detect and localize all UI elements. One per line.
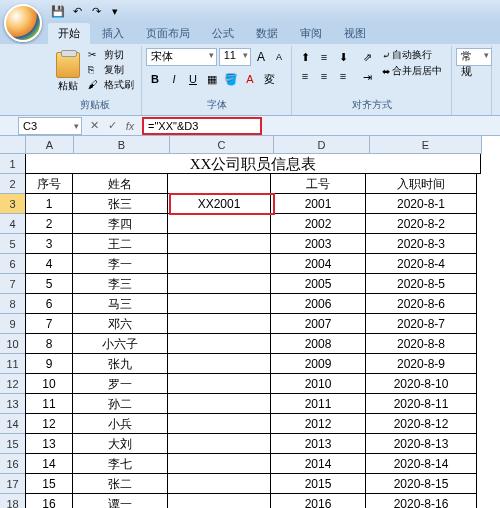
cell[interactable]: 2020-8-9 — [365, 354, 477, 374]
phonetic-button[interactable]: 変 — [260, 70, 278, 88]
cell[interactable]: 2010 — [270, 374, 366, 394]
undo-icon[interactable]: ↶ — [69, 3, 85, 19]
row-header[interactable]: 10 — [0, 334, 26, 354]
cell[interactable]: 2020-8-1 — [365, 194, 477, 214]
row-header[interactable]: 1 — [0, 154, 26, 174]
cell[interactable]: 2002 — [270, 214, 366, 234]
row-header[interactable]: 16 — [0, 454, 26, 474]
cancel-icon[interactable]: ✕ — [86, 118, 102, 134]
row-header[interactable]: 7 — [0, 274, 26, 294]
cell[interactable]: 马三 — [72, 294, 168, 314]
row-header[interactable]: 17 — [0, 474, 26, 494]
indent-button[interactable]: ⇥ — [358, 68, 376, 86]
cell[interactable]: 2020-8-3 — [365, 234, 477, 254]
cell[interactable]: 1 — [25, 194, 73, 214]
cell[interactable]: 10 — [25, 374, 73, 394]
tab-layout[interactable]: 页面布局 — [136, 23, 200, 44]
cell[interactable] — [167, 274, 271, 294]
cell[interactable] — [167, 374, 271, 394]
cell[interactable]: 2020-8-13 — [365, 434, 477, 454]
tab-formulas[interactable]: 公式 — [202, 23, 244, 44]
col-header[interactable]: B — [74, 136, 170, 154]
cell[interactable] — [167, 314, 271, 334]
cell[interactable]: 2006 — [270, 294, 366, 314]
border-button[interactable]: ▦ — [203, 70, 221, 88]
cell[interactable]: 11 — [25, 394, 73, 414]
row-header[interactable]: 9 — [0, 314, 26, 334]
cell[interactable]: 2020-8-8 — [365, 334, 477, 354]
cell[interactable]: 2020-8-2 — [365, 214, 477, 234]
cell[interactable]: 谭一 — [72, 494, 168, 508]
cell[interactable]: 2004 — [270, 254, 366, 274]
font-name-select[interactable]: 宋体 — [146, 48, 217, 66]
tab-review[interactable]: 审阅 — [290, 23, 332, 44]
name-box[interactable]: C3 — [18, 117, 82, 135]
cell[interactable] — [167, 474, 271, 494]
row-header[interactable]: 3 — [0, 194, 26, 214]
cell[interactable]: 2020-8-4 — [365, 254, 477, 274]
cell[interactable]: 姓名 — [72, 174, 168, 194]
number-format-select[interactable]: 常规 — [456, 48, 492, 66]
cell[interactable] — [167, 334, 271, 354]
cell[interactable]: 5 — [25, 274, 73, 294]
cell[interactable] — [167, 254, 271, 274]
underline-button[interactable]: U — [184, 70, 202, 88]
cell[interactable]: 2020-8-15 — [365, 474, 477, 494]
row-header[interactable]: 14 — [0, 414, 26, 434]
cell[interactable]: 14 — [25, 454, 73, 474]
cell[interactable]: 3 — [25, 234, 73, 254]
align-top-button[interactable]: ⬆ — [296, 48, 314, 66]
paste-button[interactable]: 粘贴 — [52, 48, 84, 97]
cell[interactable]: 小六子 — [72, 334, 168, 354]
cell[interactable]: 李三 — [72, 274, 168, 294]
cell[interactable]: 2020-8-14 — [365, 454, 477, 474]
office-button[interactable] — [4, 4, 42, 42]
cell[interactable]: 入职时间 — [365, 174, 477, 194]
cell[interactable]: 2020-8-11 — [365, 394, 477, 414]
cell[interactable]: 大刘 — [72, 434, 168, 454]
enter-icon[interactable]: ✓ — [104, 118, 120, 134]
redo-icon[interactable]: ↷ — [88, 3, 104, 19]
row-header[interactable]: 6 — [0, 254, 26, 274]
cell[interactable]: 6 — [25, 294, 73, 314]
row-header[interactable]: 2 — [0, 174, 26, 194]
cell[interactable]: 2001 — [270, 194, 366, 214]
font-size-select[interactable]: 11 — [219, 48, 251, 66]
align-center-button[interactable]: ≡ — [315, 67, 333, 85]
cell[interactable]: 2020-8-6 — [365, 294, 477, 314]
col-header[interactable]: A — [26, 136, 74, 154]
shrink-font-button[interactable]: A — [271, 48, 287, 66]
cell[interactable] — [167, 174, 271, 194]
cell[interactable]: 李四 — [72, 214, 168, 234]
cell[interactable]: 2007 — [270, 314, 366, 334]
cell[interactable]: 2015 — [270, 474, 366, 494]
cell[interactable] — [167, 414, 271, 434]
cell[interactable] — [167, 354, 271, 374]
cell[interactable]: 张二 — [72, 474, 168, 494]
merge-center-button[interactable]: ⬌合并后居中 — [382, 64, 442, 78]
cell[interactable]: 15 — [25, 474, 73, 494]
wrap-text-button[interactable]: ⤶自动换行 — [382, 48, 442, 62]
cell[interactable]: 2012 — [270, 414, 366, 434]
cell[interactable] — [167, 494, 271, 508]
format-painter-button[interactable]: 🖌格式刷 — [86, 78, 136, 92]
cell[interactable] — [167, 454, 271, 474]
cell[interactable]: 16 — [25, 494, 73, 508]
cell[interactable]: 序号 — [25, 174, 73, 194]
col-header[interactable]: C — [170, 136, 274, 154]
cell[interactable] — [167, 214, 271, 234]
cell[interactable]: 13 — [25, 434, 73, 454]
title-cell[interactable]: XX公司职员信息表 — [25, 154, 481, 174]
cell[interactable]: 2020-8-10 — [365, 374, 477, 394]
tab-home[interactable]: 开始 — [48, 23, 90, 44]
cell[interactable]: 2020-8-7 — [365, 314, 477, 334]
fx-icon[interactable]: fx — [122, 118, 138, 134]
cell[interactable]: 小兵 — [72, 414, 168, 434]
formula-input[interactable]: ="XX"&D3 — [142, 117, 262, 135]
row-header[interactable]: 18 — [0, 494, 26, 508]
cell[interactable]: XX2001 — [167, 194, 271, 214]
cell[interactable]: 李七 — [72, 454, 168, 474]
cell[interactable] — [167, 294, 271, 314]
cell[interactable]: 工号 — [270, 174, 366, 194]
cell[interactable]: 7 — [25, 314, 73, 334]
